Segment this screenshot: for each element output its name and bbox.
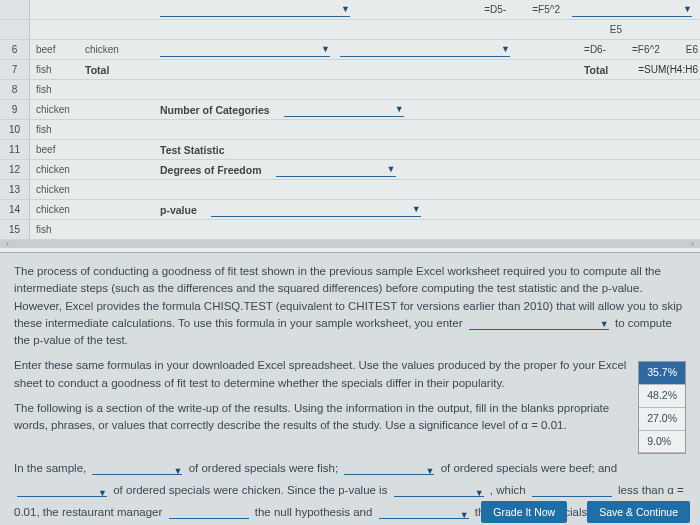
dropdown[interactable]: ▼ (160, 3, 350, 17)
blank-which[interactable] (532, 485, 612, 497)
formula-dropdown[interactable]: ▼ (469, 318, 609, 330)
grade-button[interactable]: Grade It Now (481, 501, 567, 523)
table-row: 7fishTotalTotal=SUM(H4:H6 (0, 60, 700, 80)
dropdown[interactable]: ▼ (211, 203, 421, 217)
blank-and[interactable]: ▼ (379, 507, 469, 519)
dropdown[interactable]: ▼ (284, 103, 404, 117)
row-partial-top: ▼ =D5- =F5^2 ▼ (0, 0, 700, 20)
horizontal-scrollbar[interactable]: ‹ › (0, 240, 700, 248)
blank-beef[interactable]: ▼ (344, 463, 434, 475)
blank-pvalue[interactable]: ▼ (394, 485, 484, 497)
table-row: 9chickenNumber of Categories▼ (0, 100, 700, 120)
save-continue-button[interactable]: Save & Continue (587, 501, 690, 523)
table-row: 10fish (0, 120, 700, 140)
blank-fish[interactable]: ▼ (92, 463, 182, 475)
dropdown[interactable]: ▼ (276, 163, 396, 177)
table-row: 6beefchicken▼▼=D6-=F6^2E6 (0, 40, 700, 60)
instructions: The process of conducting a goodness of … (0, 253, 700, 525)
table-row: 11beefTest Statistic (0, 140, 700, 160)
spreadsheet-area: ▼ =D5- =F5^2 ▼ E5 6beefchicken▼▼=D6-=F6^… (0, 0, 700, 253)
table-row: 12chickenDegrees of Freedom▼ (0, 160, 700, 180)
table-row: 14chickenp-value▼ (0, 200, 700, 220)
blank-manager[interactable] (169, 507, 249, 519)
blank-chicken[interactable]: ▼ (17, 485, 107, 497)
dropdown[interactable]: ▼ (160, 43, 330, 57)
table-row: 15fish (0, 220, 700, 240)
table-row: 13chicken (0, 180, 700, 200)
table-row: 8fish (0, 80, 700, 100)
row-partial-top2: E5 (0, 20, 700, 40)
dropdown[interactable]: ▼ (340, 43, 510, 57)
percent-options[interactable]: 35.7% 48.2% 27.0% 9.0% (638, 361, 686, 454)
